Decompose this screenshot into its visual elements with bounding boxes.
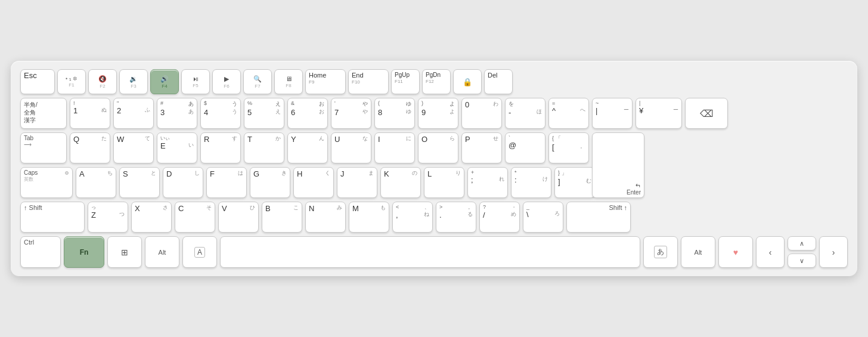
key-fn[interactable]: Fn [64,236,104,268]
key-x[interactable]: X さ [131,202,172,233]
key-h[interactable]: H く [293,167,334,198]
key-v[interactable]: V ひ [218,202,259,233]
key-lock[interactable]: 🔒 [453,69,482,94]
key-d[interactable]: D し [163,167,203,198]
key-f[interactable]: F は [206,167,247,198]
bottom-row: Ctrl Fn ⊞ Alt A あ Alt ♥ [20,236,848,268]
key-f1[interactable]: • ₁ ✲ F1 [57,69,86,94]
zxcv-row: ↑ Shift っ Z つ X さ C そ V [20,202,848,233]
key-q[interactable]: Q た [70,132,110,163]
key-label: Esc [24,72,37,80]
qwerty-row: Tab ⟶ Q た W て いぃ E い R [20,132,848,163]
key-end[interactable]: End F10 [348,69,389,94]
key-t[interactable]: T か [244,132,284,163]
key-y[interactable]: Y ん [287,132,328,163]
key-arrow-left[interactable]: ‹ [756,236,785,268]
key-pgdn[interactable]: PgDn F12 [422,69,451,94]
enter-container: ↵ Enter [592,132,644,163]
key-m[interactable]: M も [349,202,389,233]
key-j[interactable]: J ま [337,167,377,198]
key-del[interactable]: Del [484,69,513,94]
key-f3[interactable]: 🔉 F3 [119,69,148,94]
key-e[interactable]: いぃ E い [157,132,197,163]
key-i[interactable]: I に [374,132,415,163]
fn-row: Esc • ₁ ✲ F1 🔇 F2 🔉 F3 🔊 [20,69,848,94]
key-b[interactable]: B こ [262,202,302,233]
key-f5[interactable]: ⏯ F5 [181,69,210,94]
key-alt-right[interactable]: Alt [681,236,715,268]
key-g[interactable]: G き [250,167,290,198]
key-esc[interactable]: Esc [20,69,55,94]
key-ime-kana[interactable]: あ [643,236,678,268]
key-tab[interactable]: Tab ⟶ [20,132,67,163]
key-arrow-down[interactable]: ∨ [788,253,816,268]
key-bracket-close[interactable]: } 」 ] む [554,167,595,198]
key-yen[interactable]: | ¥ー [636,98,682,129]
key-f8[interactable]: 🖥 F8 [274,69,303,94]
key-caps[interactable]: Caps 英数 [20,167,73,198]
key-r[interactable]: R す [200,132,241,163]
key-enter[interactable]: ↵ Enter [592,132,644,198]
key-heart[interactable]: ♥ [718,236,753,268]
key-arrow-right[interactable]: › [819,236,848,268]
key-p[interactable]: P せ [461,132,502,163]
key-5[interactable]: %え 5え [244,98,284,129]
key-colon[interactable]: * : け [511,167,551,198]
key-bracket-open[interactable]: { 「 [ 。 [548,132,589,163]
key-minus[interactable]: を -ほ [505,98,545,129]
key-1[interactable]: ! 1ぬ [70,98,110,129]
key-ctrl[interactable]: Ctrl [20,236,61,268]
key-hankaku[interactable]: 半角/ 全角 漢字 [20,98,67,129]
key-backspace[interactable]: ⌫ [685,98,728,129]
key-8[interactable]: (ゆ 8ゆ [374,98,415,129]
key-alt-left[interactable]: Alt [145,236,179,268]
key-f6[interactable]: ▶ F6 [212,69,241,94]
key-caret[interactable]: = ^へ [548,98,589,129]
key-period[interactable]: >。 . る [436,202,476,233]
key-arrow-up[interactable]: ∧ [788,236,816,251]
key-n[interactable]: N み [305,202,346,233]
key-space[interactable] [220,236,640,268]
key-a[interactable]: A ち [76,167,116,198]
key-0[interactable]: 0わ [461,98,502,129]
key-c[interactable]: C そ [175,202,215,233]
key-3[interactable]: #あ 3あ [157,98,197,129]
arrow-ud-container: ∧ ∨ [788,236,816,268]
asdf-row: Caps 英数 A ち S と D し F [20,167,848,198]
key-shift-right[interactable]: Shift ↑ [566,202,631,233]
key-z[interactable]: っ Z つ [88,202,128,233]
key-s[interactable]: S と [119,167,160,198]
key-f7[interactable]: 🔍 F7 [243,69,272,94]
key-2[interactable]: " 2ふ [113,98,154,129]
key-backslash[interactable]: _ \ ろ [523,202,563,233]
key-w[interactable]: W て [113,132,154,163]
key-f4[interactable]: 🔊 F4 [150,69,179,94]
key-u[interactable]: U な [331,132,371,163]
key-6[interactable]: &お 6お [287,98,328,129]
key-k[interactable]: K の [380,167,421,198]
key-9[interactable]: )よ 9よ [418,98,458,129]
key-o[interactable]: O ら [418,132,458,163]
key-win[interactable]: ⊞ [107,236,142,268]
keyboard: Esc • ₁ ✲ F1 🔇 F2 🔉 F3 🔊 [11,61,857,276]
key-shift-left[interactable]: ↑ Shift [20,202,85,233]
caps-indicator [65,171,69,175]
key-comma[interactable]: <、 , ね [392,202,433,233]
key-home[interactable]: Home F9 [305,69,346,94]
num-row: 半角/ 全角 漢字 ! 1ぬ " 2ふ #あ 3あ $う 4う %え 5え [20,98,848,129]
key-ime-a[interactable]: A [182,236,217,268]
key-pgup[interactable]: PgUp F11 [391,69,420,94]
key-semicolon[interactable]: + ; れ [467,167,508,198]
key-4[interactable]: $う 4う [200,98,241,129]
key-at[interactable]: ` @ [505,132,545,163]
key-f2[interactable]: 🔇 F2 [88,69,117,94]
key-l[interactable]: L り [424,167,464,198]
key-7[interactable]: 'や 7や [331,98,371,129]
key-slash[interactable]: ?・ / め [479,202,520,233]
key-tilde[interactable]: ~ |ー [592,98,633,129]
